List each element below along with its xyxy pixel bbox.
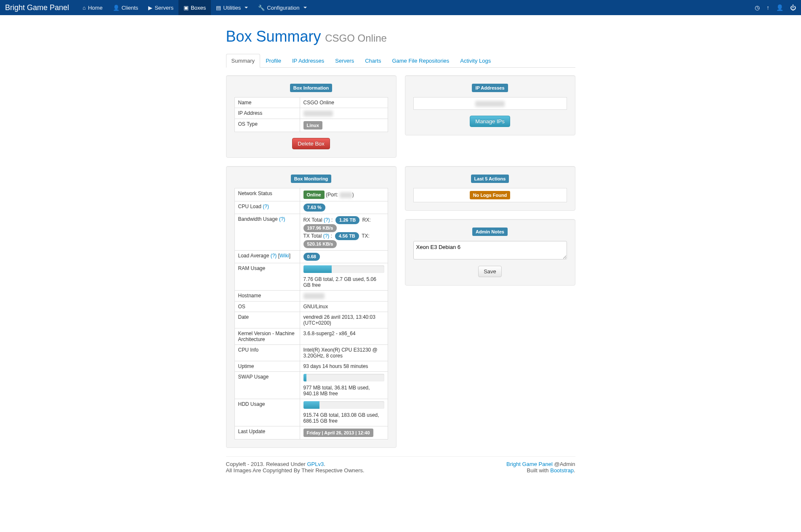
save-notes-button[interactable]: Save: [478, 266, 502, 277]
play-icon: ▶: [148, 5, 152, 11]
uptime-value: 93 days 14 hours 58 minutes: [300, 361, 388, 371]
last-update-badge: Friday | April 26, 2013 | 12:40: [303, 429, 373, 437]
nav-power-icon[interactable]: ⏻: [790, 4, 796, 11]
swap-progress: [303, 374, 384, 381]
kernel-value: 3.6.8-superg2 - x86_64: [300, 328, 388, 344]
online-badge: Online: [303, 191, 325, 199]
page-subtitle: CSGO Online: [325, 32, 387, 44]
admin-notes-panel: Admin Notes Save: [405, 219, 575, 286]
port-prefix: (Port:: [326, 192, 338, 198]
hdd-text: 915.74 GB total, 183.08 GB used, 686.15 …: [303, 412, 384, 424]
tab-activity[interactable]: Activity Logs: [455, 54, 496, 68]
hdd-progress-bar: [303, 401, 319, 409]
hostname-label: Hostname: [234, 290, 300, 301]
load-avg-badge: 0.68: [303, 253, 320, 261]
box-info-panel: Box Information Name CSGO Online IP Addr…: [226, 75, 397, 158]
page-title: Box Summary: [226, 28, 321, 45]
bandwidth-help[interactable]: (?): [279, 216, 285, 222]
ram-label: RAM Usage: [234, 263, 300, 290]
tab-charts[interactable]: Charts: [359, 54, 386, 68]
network-status-label: Network Status: [234, 188, 300, 201]
tab-servers[interactable]: Servers: [330, 54, 359, 68]
notes-textarea[interactable]: [413, 241, 567, 259]
ram-text: 7.76 GB total, 2.7 GB used, 5.06 GB free: [303, 276, 384, 288]
tx-help[interactable]: (?): [323, 233, 330, 239]
box-info-heading: Box Information: [290, 84, 332, 92]
load-avg-value: 0.68: [300, 250, 388, 263]
delete-box-button[interactable]: Delete Box: [292, 138, 330, 149]
rx-help[interactable]: (?): [324, 217, 330, 223]
nav-home-label: Home: [88, 5, 103, 11]
nav-clients[interactable]: 👤Clients: [108, 0, 144, 15]
monitoring-table: Network Status Online (Port: ) CPU Load …: [234, 188, 388, 439]
footer-left: Copyleft - 2013. Released Under GPLv3. A…: [226, 461, 365, 474]
os-type-value: Linux: [300, 119, 388, 132]
os-value: GNU/Linux: [300, 301, 388, 312]
nav-servers[interactable]: ▶Servers: [143, 0, 178, 15]
nav-main: ⌂Home 👤Clients ▶Servers ▣Boxes ▤Utilitie…: [77, 0, 311, 15]
tab-repos[interactable]: Game File Repositories: [386, 54, 455, 68]
ip-addresses-panel: IP Addresses Manage IPs: [405, 75, 575, 135]
hdd-value: 915.74 GB total, 183.08 GB used, 686.15 …: [300, 399, 388, 426]
caret-icon: [303, 7, 307, 8]
cpu-load-help[interactable]: (?): [263, 204, 269, 209]
brand-link[interactable]: Bright Game Panel: [5, 3, 69, 12]
nav-configuration[interactable]: 🔧Configuration: [253, 0, 311, 15]
swap-label: SWAP Usage: [234, 371, 300, 399]
actions-heading: Last 5 Actions: [471, 175, 509, 183]
panel-link[interactable]: Bright Game Panel: [506, 461, 553, 467]
cpu-load-value: 7.63 %: [300, 201, 388, 214]
nav-home[interactable]: ⌂Home: [77, 0, 108, 15]
actions-row: No Logs Found: [413, 188, 567, 202]
nav-utilities-label: Utilities: [223, 5, 241, 11]
footer-copyleft: Copyleft - 2013. Released Under: [226, 461, 307, 467]
caret-icon: [245, 7, 248, 8]
rx-total-badge: 1.26 TB: [335, 216, 359, 224]
tab-summary[interactable]: Summary: [226, 54, 261, 68]
ram-progress-bar: [303, 265, 332, 273]
bootstrap-link[interactable]: Bootstrap: [550, 467, 574, 474]
name-label: Name: [234, 98, 300, 108]
ram-value: 7.76 GB total, 2.7 GB used, 5.06 GB free: [300, 263, 388, 290]
manage-ips-button[interactable]: Manage IPs: [470, 116, 510, 127]
uptime-label: Uptime: [234, 361, 300, 371]
nav-servers-label: Servers: [154, 5, 173, 11]
hdd-icon: ▣: [184, 5, 189, 11]
date-label: Date: [234, 312, 300, 328]
monitoring-heading: Box Monitoring: [291, 175, 332, 183]
page-header: Box Summary CSGO Online: [226, 28, 575, 45]
nav-user-icon[interactable]: 👤: [776, 4, 783, 11]
swap-progress-bar: [303, 374, 307, 381]
nav-boxes-label: Boxes: [191, 5, 206, 11]
tabs: Summary Profile IP Addresses Servers Cha…: [226, 54, 575, 68]
load-avg-wiki-link[interactable]: Wiki: [279, 253, 289, 259]
nav-clients-label: Clients: [122, 5, 138, 11]
footer-built: Built with: [527, 467, 551, 474]
load-avg-help[interactable]: (?): [271, 253, 277, 259]
nav-right: ◷ ↑ 👤 ⏻: [755, 4, 796, 11]
name-value: CSGO Online: [300, 98, 388, 108]
os-type-badge: Linux: [303, 121, 322, 130]
os-label: OS: [234, 301, 300, 312]
tab-profile[interactable]: Profile: [260, 54, 287, 68]
nav-utilities[interactable]: ▤Utilities: [211, 0, 253, 15]
kernel-label: Kernel Version - Machine Architecture: [234, 328, 300, 344]
ip-label: IP Address: [234, 108, 300, 119]
notes-heading: Admin Notes: [472, 228, 508, 236]
hostname-value: [300, 290, 388, 301]
nav-time-icon[interactable]: ◷: [755, 4, 760, 11]
cpu-info-value: Intel(R) Xeon(R) CPU E31230 @ 3.20GHz, 8…: [300, 344, 388, 361]
last-update-label: Last Update: [234, 426, 300, 439]
nav-upload-icon[interactable]: ↑: [766, 4, 769, 11]
footer-images: All Images Are Copyrighted By Their Resp…: [226, 467, 365, 474]
no-logs-badge: No Logs Found: [470, 191, 511, 199]
bandwidth-value: RX Total (?) : 1.26 TB RX: 197.96 KB/s T…: [300, 214, 388, 250]
tab-ip-addresses[interactable]: IP Addresses: [287, 54, 330, 68]
date-value: vendredi 26 avril 2013, 13:40:03 (UTC+02…: [300, 312, 388, 328]
footer: Copyleft - 2013. Released Under GPLv3. A…: [226, 461, 575, 474]
footer-separator: [226, 456, 575, 457]
gpl-link[interactable]: GPLv3: [307, 461, 324, 467]
nav-boxes[interactable]: ▣Boxes: [178, 0, 211, 15]
load-avg-label: Load Average (?) [Wiki]: [234, 250, 300, 263]
ip-heading: IP Addresses: [472, 84, 508, 92]
